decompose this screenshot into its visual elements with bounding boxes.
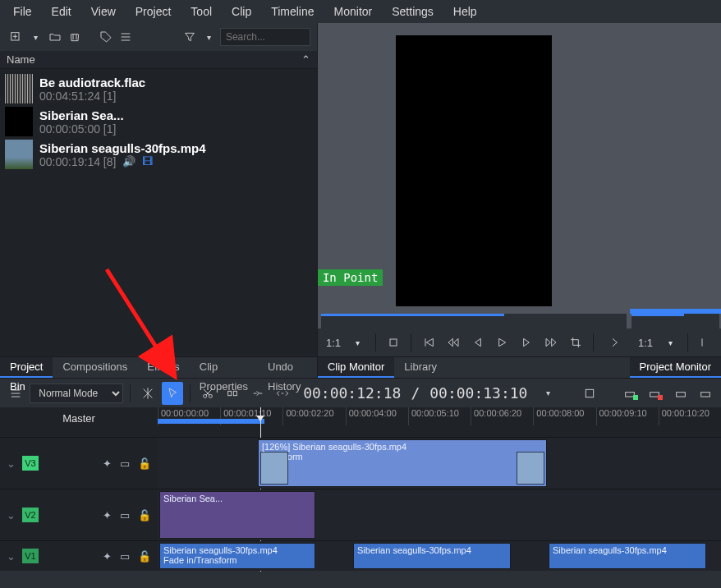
timeline-clip[interactable]: [126%] Siberian seagulls-30fps.mp4 Trans… bbox=[258, 439, 547, 487]
menu-settings[interactable]: Settings bbox=[382, 0, 443, 23]
rewind-button[interactable] bbox=[443, 332, 464, 353]
crop-button[interactable] bbox=[565, 332, 586, 353]
folder-button[interactable] bbox=[46, 28, 64, 46]
zoom-ratio[interactable]: 1:1 bbox=[323, 337, 344, 349]
delete-button[interactable] bbox=[66, 28, 84, 46]
menu-help[interactable]: Help bbox=[443, 0, 487, 23]
mute-icon[interactable]: ▭ bbox=[120, 509, 130, 521]
project-monitor-ruler[interactable] bbox=[631, 314, 719, 328]
menu-file[interactable]: File bbox=[3, 0, 42, 23]
collapse-icon[interactable]: ⌄ bbox=[7, 457, 16, 470]
menu-edit[interactable]: Edit bbox=[42, 0, 81, 23]
zoom-dropdown-icon[interactable]: ▾ bbox=[347, 332, 369, 353]
lock-icon[interactable]: 🔓 bbox=[138, 509, 151, 521]
clip-thumb-audio bbox=[5, 74, 33, 103]
track-lane[interactable]: [126%] Siberian seagulls-30fps.mp4 Trans… bbox=[158, 438, 721, 489]
tab-library[interactable]: Library bbox=[394, 357, 447, 378]
tab-undo-history[interactable]: Undo History bbox=[258, 357, 317, 378]
menu-timeline[interactable]: Timeline bbox=[261, 0, 324, 23]
favorite-3-button[interactable] bbox=[670, 382, 691, 405]
tab-effects[interactable]: Effects bbox=[137, 357, 190, 378]
track-header[interactable]: ⌄ V1 ✦ ▭ 🔓 bbox=[0, 541, 158, 571]
tc-dropdown-icon[interactable]: ▾ bbox=[537, 382, 558, 405]
filter-dropdown-icon[interactable]: ▾ bbox=[200, 28, 218, 46]
track-tag[interactable]: V2 bbox=[22, 508, 39, 522]
effects-icon[interactable]: ✦ bbox=[103, 457, 112, 470]
collapse-icon[interactable]: ⌄ bbox=[7, 509, 16, 521]
clip-row[interactable]: Be audiotrack.flac 00:04:51:24 [1] bbox=[0, 72, 317, 105]
timeline-clip[interactable]: Siberian Sea... bbox=[159, 491, 315, 539]
tab-clip-monitor[interactable]: Clip Monitor bbox=[318, 357, 394, 378]
list-button[interactable] bbox=[117, 28, 135, 46]
clip-monitor-ruler[interactable] bbox=[321, 314, 627, 328]
add-clip-button[interactable] bbox=[7, 28, 25, 46]
clip-meta: 00:04:51:24 [1] bbox=[39, 90, 145, 103]
menu-tool[interactable]: Tool bbox=[181, 0, 222, 23]
menu-monitor[interactable]: Monitor bbox=[324, 0, 383, 23]
zoom-dropdown-icon[interactable]: ▾ bbox=[659, 332, 681, 353]
next-frame-button[interactable] bbox=[516, 332, 537, 353]
collapse-icon[interactable]: ⌄ bbox=[7, 550, 16, 563]
tab-project-bin[interactable]: Project Bin bbox=[0, 357, 53, 378]
skip-start-button[interactable] bbox=[418, 332, 439, 353]
lock-icon[interactable]: 🔓 bbox=[138, 457, 151, 470]
zoom-ratio[interactable]: 1:1 bbox=[635, 337, 656, 349]
track-tag[interactable]: V1 bbox=[22, 549, 39, 563]
bin-column-header[interactable]: Name ⌃ bbox=[0, 51, 317, 69]
track-lane[interactable]: Siberian seagulls-30fps.mp4 Fade in/Tran… bbox=[158, 541, 721, 571]
tab-project-monitor[interactable]: Project Monitor bbox=[630, 357, 721, 378]
timeline-clip[interactable]: Siberian seagulls-30fps.mp4 Fade in/Tran… bbox=[159, 543, 315, 569]
favorite-4-button[interactable] bbox=[695, 382, 716, 405]
tab-compositions[interactable]: Compositions bbox=[53, 357, 137, 378]
clip-effect: Transform bbox=[262, 452, 543, 462]
clip-effect: Fade in/Transform bbox=[163, 555, 311, 565]
effects-icon[interactable]: ✦ bbox=[103, 550, 112, 563]
track-tag[interactable]: V3 bbox=[22, 456, 39, 471]
favorite-1-button[interactable] bbox=[620, 382, 641, 405]
clip-name: Siberian Sea... bbox=[39, 108, 124, 122]
lock-icon[interactable]: 🔓 bbox=[138, 550, 151, 563]
skip-start-button[interactable] bbox=[695, 332, 716, 353]
mute-icon[interactable]: ▭ bbox=[120, 457, 130, 470]
filter-button[interactable] bbox=[181, 28, 199, 46]
zone-in-button[interactable] bbox=[579, 382, 600, 405]
set-in-button[interactable] bbox=[383, 332, 404, 353]
video-icon: 🎞 bbox=[142, 155, 153, 168]
menu-view[interactable]: View bbox=[81, 0, 126, 23]
track-lane[interactable]: Siberian Sea... bbox=[158, 489, 721, 540]
menu-project[interactable]: Project bbox=[126, 0, 181, 23]
track-header[interactable]: ⌄ V3 ✦ ▭ 🔓 bbox=[0, 438, 158, 489]
select-tool-button[interactable] bbox=[162, 382, 183, 405]
timeline-ruler[interactable]: 00:00:00:00 00:00:01:10 00:00:02:20 00:0… bbox=[158, 407, 721, 437]
svg-rect-10 bbox=[676, 392, 685, 396]
insert-button[interactable] bbox=[247, 382, 269, 405]
prev-frame-button[interactable] bbox=[467, 332, 489, 353]
compositing-button[interactable] bbox=[137, 382, 158, 405]
effects-icon[interactable]: ✦ bbox=[103, 509, 112, 521]
track-header[interactable]: ⌄ V2 ✦ ▭ 🔓 bbox=[0, 489, 158, 540]
tab-clip-properties[interactable]: Clip Properties bbox=[190, 357, 258, 378]
clip-thumb bbox=[517, 452, 544, 485]
menu-clip[interactable]: Clip bbox=[222, 0, 261, 23]
forward-button[interactable] bbox=[540, 332, 562, 353]
search-input[interactable] bbox=[220, 28, 310, 46]
sort-chevron-icon: ⌃ bbox=[301, 53, 310, 66]
clip-monitor-view[interactable]: In Point bbox=[318, 23, 630, 314]
project-monitor-view[interactable] bbox=[630, 23, 721, 314]
next-button[interactable] bbox=[604, 332, 625, 353]
master-label[interactable]: Master bbox=[0, 407, 158, 437]
column-name: Name bbox=[7, 53, 35, 66]
clip-row[interactable]: Siberian seagulls-30fps.mp4 00:00:19:14 … bbox=[0, 138, 317, 171]
add-dropdown-icon[interactable]: ▾ bbox=[26, 28, 44, 46]
play-button[interactable] bbox=[491, 332, 512, 353]
favorite-2-button[interactable] bbox=[645, 382, 666, 405]
mute-icon[interactable]: ▭ bbox=[120, 550, 130, 563]
timeline-zone[interactable] bbox=[158, 419, 264, 424]
timecode-position[interactable]: 00:00:12:18 bbox=[303, 384, 401, 402]
clip-label: [126%] Siberian seagulls-30fps.mp4 bbox=[262, 442, 543, 452]
edit-mode-select[interactable]: Normal Mode bbox=[30, 384, 122, 403]
timeline-clip[interactable]: Siberian seagulls-30fps.mp4 bbox=[549, 543, 706, 569]
timeline-clip[interactable]: Siberian seagulls-30fps.mp4 bbox=[353, 543, 511, 569]
clip-row[interactable]: Siberian Sea... 00:00:05:00 [1] bbox=[0, 105, 317, 138]
tag-button[interactable] bbox=[97, 28, 115, 46]
